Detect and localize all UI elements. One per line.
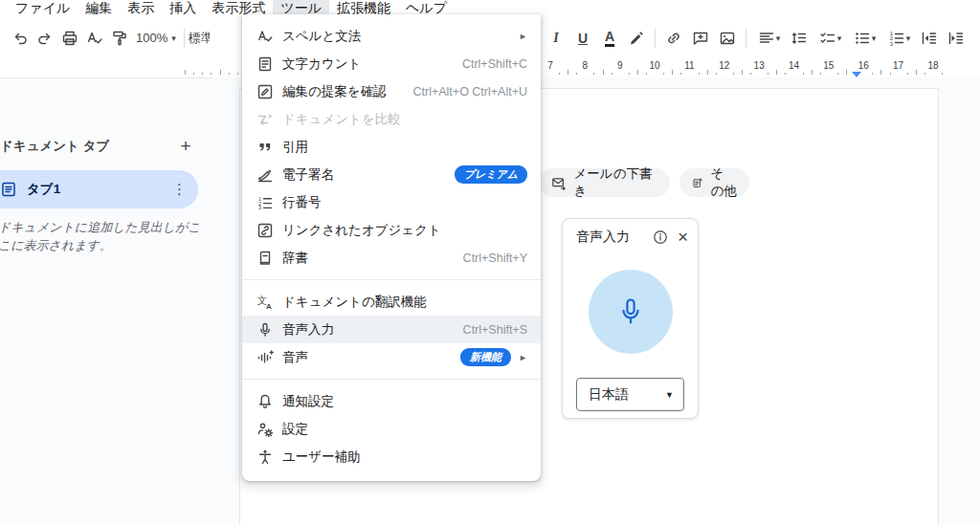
menu-item-voice[interactable]: 音声 新機能 ► [242,343,541,371]
menu-item-review-suggested-edits[interactable]: 編集の提案を確認 Ctrl+Alt+O Ctrl+Alt+U [242,77,541,105]
decrease-indent-button[interactable] [917,26,942,51]
print-button[interactable] [57,26,82,51]
ruler-tick [742,70,743,75]
sidebar-tab-item[interactable]: タブ1 ⋮ [0,170,198,208]
numbered-list-button[interactable]: 123 ▾ [882,26,915,51]
underline-button[interactable]: U [570,26,595,51]
menubar-item-file[interactable]: ファイル [8,0,78,20]
bulleted-list-button[interactable]: ▾ [848,26,880,51]
ruler-tick [716,73,717,76]
line-spacing-button[interactable] [787,26,812,51]
align-button[interactable]: ▾ [752,26,785,51]
language-value: 日本語 [589,386,665,404]
microphone-icon [256,321,274,339]
undo-button[interactable] [8,26,33,51]
insert-image-button[interactable] [715,26,740,51]
increase-indent-button[interactable] [944,26,969,51]
line-spacing-icon [790,29,809,48]
menu-item-voice-typing[interactable]: 音声入力 Ctrl+Shift+S [242,316,541,343]
ruler-tick [820,73,821,76]
menu-separator [242,379,541,380]
voice-typing-panel: 音声入力 × 日本語 ▼ [562,218,699,419]
menu-item-label: 行番号 [282,194,527,211]
ruler-tick [193,73,194,76]
link-icon [664,29,683,48]
close-icon[interactable]: × [678,228,688,246]
chevron-down-icon: ▾ [776,33,781,43]
menu-item-spell-grammar[interactable]: スペルと文法 ► [242,22,541,50]
comment-icon [691,29,710,48]
menu-item-shortcut: Ctrl+Shift+Y [463,252,527,265]
ruler-tick [812,70,813,75]
info-icon[interactable] [653,230,668,245]
spellcheck-button[interactable] [82,26,107,51]
menu-item-label: 引用 [282,139,527,156]
menu-item-notification-settings[interactable]: 通知設定 [242,387,541,415]
checklist-icon [818,29,837,48]
redo-button[interactable] [33,26,57,51]
highlight-color-button[interactable] [624,26,649,51]
menu-item-line-numbers[interactable]: 123 行番号 [242,188,541,216]
menu-item-linked-objects[interactable]: リンクされたオブジェクト [242,216,541,244]
ruler-number: 8 [583,60,589,71]
submenu-arrow-icon: ► [519,353,527,362]
menu-item-label: リンクされたオブジェクト [282,222,527,239]
submenu-arrow-icon: ► [519,32,527,41]
align-left-icon [757,29,776,48]
more-chip[interactable]: その他 [679,168,749,197]
ruler-tick [229,73,230,76]
menubar-item-edit[interactable]: 編集 [78,0,120,20]
menu-item-citations[interactable]: 引用 [242,133,541,161]
ruler-number: 9 [617,60,623,71]
ruler-tick [220,70,221,75]
menu-item-accessibility[interactable]: ユーザー補助 [242,443,541,470]
email-draft-chip[interactable]: メールの下書き [539,168,670,197]
insert-link-button[interactable] [661,26,686,51]
menu-item-translate-document[interactable]: 文A ドキュメントの翻訳機能 [242,288,541,316]
ruler-number: 17 [893,60,903,71]
tab-options-button[interactable]: ⋮ [172,181,187,198]
toolbar-left-group: 100% ▾ 標準 [8,20,210,55]
premium-badge: プレミアム [455,165,527,184]
paint-format-button[interactable] [107,26,132,51]
tools-dropdown-menu: スペルと文法 ► 文字カウント Ctrl+Shift+C 編集の提案を確認 Ct… [242,14,541,481]
email-draft-icon [551,175,567,191]
translate-icon: 文A [256,294,274,311]
menu-item-preferences[interactable]: 設定 [242,415,541,443]
menu-item-label: 辞書 [282,250,463,267]
menu-item-esignature[interactable]: 電子署名 プレミアム [242,161,541,188]
tab-label: タブ1 [27,181,172,198]
decrease-indent-icon [920,29,939,48]
add-comment-button[interactable] [688,26,713,51]
menubar-item-insert[interactable]: 挿入 [162,0,204,20]
microphone-button[interactable] [589,270,673,354]
ruler-number: 7 [547,60,553,71]
ruler-tick [568,70,568,75]
zoom-select[interactable]: 100% ▾ [132,31,180,45]
spellcheck-icon [85,29,104,48]
chevron-down-icon: ▾ [171,33,176,43]
email-draft-chip-label: メールの下書き [574,165,657,200]
text-color-button[interactable]: A [597,26,622,51]
voice-panel-title: 音声入力 [576,229,653,246]
menubar-item-view[interactable]: 表示 [120,0,162,20]
ruler-tick [907,73,908,76]
redo-icon [35,29,55,48]
ruler-tick [612,73,612,76]
ruler-tick [916,70,917,75]
bell-icon [256,393,274,410]
checklist-button[interactable]: ▾ [813,26,846,51]
indent-marker[interactable] [852,72,861,77]
ruler-tick [924,73,925,76]
italic-button[interactable]: I [544,26,568,51]
language-select[interactable]: 日本語 ▼ [576,378,684,411]
ruler-number: 12 [719,60,729,71]
menu-item-dictionary[interactable]: 辞書 Ctrl+Shift+Y [242,244,541,272]
paragraph-style-select[interactable]: 標準 [189,30,210,47]
new-feature-badge: 新機能 [460,348,511,366]
menu-item-word-count[interactable]: 文字カウント Ctrl+Shift+C [242,50,541,77]
add-tab-button[interactable]: + [174,135,197,158]
ruler-tick [646,73,647,76]
toolbar-right-group: I U A ▾ ▾ ▾ 123 [544,20,969,55]
person-gear-icon [256,421,274,438]
